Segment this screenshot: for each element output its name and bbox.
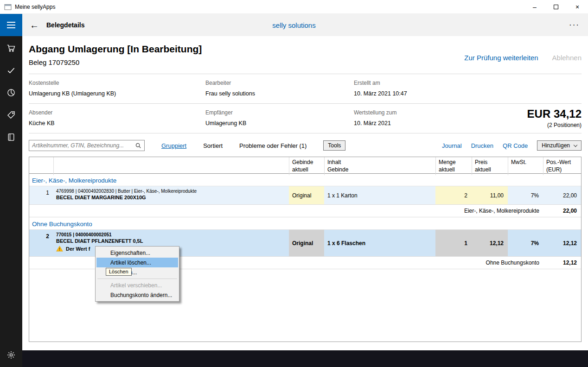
mwst-cell: 7% (508, 230, 543, 256)
gebinde-cell[interactable]: Original (289, 186, 324, 204)
inhalt-cell: 1 x 1 Karton (324, 186, 435, 204)
titlebar: Meine sellyApps – × (0, 0, 588, 14)
minimize-icon: – (533, 3, 537, 11)
menge-cell[interactable]: 1 (435, 230, 472, 256)
sidebar-item-prices[interactable] (0, 109, 22, 122)
col-inhalt: InhaltGebinde (324, 157, 435, 175)
col-preis: Preisaktuell (472, 157, 508, 175)
problems-filter[interactable]: Probleme oder Fehler (1) (239, 142, 307, 149)
info-empfaenger: Empfänger Umlagerung KB (205, 109, 354, 127)
warning-icon (56, 246, 63, 252)
col-gebinde: Gebindeaktuell (289, 157, 324, 175)
info-bearbeiter: Bearbeiter Frau selly solutions (205, 80, 354, 97)
book-icon (6, 133, 16, 144)
document-header: Abgang Umlagerung [In Bearbeitung] Beleg… (29, 44, 582, 66)
group-header: Eier-, Käse-, Molkereiprodukte (29, 174, 581, 186)
total-amount: EUR 34,12 (527, 108, 582, 120)
group-subtotal-row: Eier-, Käse-, Molkereiprodukte 22,00 (29, 205, 581, 217)
menu-item-buchungskonto-aendern[interactable]: Buchungskonto ändern... (96, 290, 178, 300)
subtotal-value: 22,00 (543, 208, 581, 214)
close-icon: × (575, 3, 579, 11)
maximize-icon (554, 5, 558, 9)
document-title: Abgang Umlagerung [In Bearbeitung] (29, 44, 582, 55)
col-wert: Pos.-Wert(EUR) (543, 157, 581, 175)
document-actions: Zur Prüfung weiterleiten Ablehnen (464, 54, 582, 62)
app-header: ← Belegdetails selly solutions ··· (0, 14, 588, 36)
group-header: Ohne Buchungskonto (29, 217, 581, 230)
tools-button[interactable]: Tools (323, 140, 345, 151)
sidebar-item-cart[interactable] (0, 43, 22, 56)
sidebar-item-journal[interactable] (0, 132, 22, 145)
tooltip: Löschen (106, 268, 132, 276)
info-row-1: Kostenstelle Umlagerung KB (Umlagerung K… (29, 74, 582, 103)
table-row[interactable]: 1 4769998 | 04000492002830 | Butter | Ei… (29, 186, 581, 205)
maximize-button[interactable] (545, 0, 567, 13)
app-window: { "colors": { "accent": "#0063b1", "hl-y… (0, 0, 588, 367)
close-button[interactable]: × (567, 0, 588, 13)
menge-cell[interactable]: 2 (435, 186, 472, 204)
menu-item-eigenschaften[interactable]: Eigenschaften... (96, 248, 178, 258)
preis-cell[interactable]: 12,12 (472, 230, 508, 256)
qr-code-link[interactable]: QR Code (503, 142, 528, 149)
check-icon (6, 66, 16, 77)
app-center-title: selly solutions (0, 21, 588, 29)
menu-item-artikel-loeschen[interactable]: Artikel löschen... (96, 258, 178, 267)
print-link[interactable]: Drucken (471, 142, 493, 149)
forward-for-review-link[interactable]: Zur Prüfung weiterleiten (464, 54, 538, 62)
article-search-box[interactable] (29, 140, 145, 151)
info-kostenstelle: Kostenstelle Umlagerung KB (Umlagerung K… (29, 80, 205, 97)
info-row-2: Absender Küche KB Empfänger Umlagerung K… (29, 104, 582, 133)
search-icon[interactable] (135, 142, 141, 149)
article-meta: 4769998 | 04000492002830 | Butter | Eier… (56, 189, 286, 194)
minimize-button[interactable]: – (524, 0, 545, 13)
search-input[interactable] (32, 142, 135, 149)
window-title: Meine sellyApps (15, 4, 55, 10)
hamburger-menu-button[interactable] (0, 14, 22, 36)
grouped-toggle[interactable]: Gruppiert (161, 142, 186, 149)
document-total: EUR 34,12 (2 Positionen) (527, 108, 582, 128)
col-menge: Mengeaktuell (435, 157, 472, 175)
cart-icon (6, 44, 16, 55)
row-number: 1 (29, 186, 53, 204)
wert-cell: 12,12 (543, 230, 581, 256)
menu-separator (97, 278, 177, 279)
menu-item-artikel-verschieben: Artikel verschieben... (96, 280, 178, 290)
preis-cell[interactable]: 11,00 (472, 186, 508, 204)
back-button[interactable]: ← (30, 20, 39, 30)
info-erstellt-am: Erstellt am 10. März 2021 10:47 (354, 80, 582, 97)
wert-cell: 22,00 (543, 186, 581, 204)
app-icon (4, 3, 12, 11)
subtotal-value: 12,12 (543, 259, 581, 266)
col-rownum (29, 157, 53, 175)
tag-icon (6, 110, 16, 121)
pie-chart-icon (6, 88, 16, 99)
gear-icon (6, 350, 16, 361)
window-controls: – × (524, 0, 588, 13)
info-absender: Absender Küche KB (29, 109, 205, 127)
mwst-cell: 7% (508, 186, 543, 204)
gebinde-cell[interactable]: Original (289, 230, 324, 256)
col-mwst: MwSt. (508, 157, 543, 175)
sidebar-item-settings[interactable] (0, 349, 22, 362)
article-description: 4769998 | 04000492002830 | Butter | Eier… (53, 186, 289, 204)
main-content: Abgang Umlagerung [In Bearbeitung] Beleg… (22, 36, 588, 350)
reject-link[interactable]: Ablehnen (552, 54, 582, 62)
positions-toolbar: Gruppiert Sortiert Probleme oder Fehler … (29, 140, 582, 151)
sidebar-nav (0, 36, 22, 367)
sidebar-item-reports[interactable] (0, 87, 22, 100)
sidebar-item-tasks[interactable] (0, 65, 22, 78)
journal-link[interactable]: Journal (442, 142, 462, 149)
row-number: 2 (29, 230, 53, 256)
add-button[interactable]: Hinzufügen (537, 140, 582, 151)
total-positions: (2 Positionen) (527, 122, 582, 128)
sorted-toggle[interactable]: Sortiert (203, 142, 223, 149)
more-options-button[interactable]: ··· (569, 20, 580, 30)
subtotal-label: Eier-, Käse-, Molkereiprodukte (29, 208, 543, 214)
warning-text: Der Wert f (66, 246, 90, 252)
inhalt-cell: 1 x 6 Flaschen (324, 230, 435, 256)
col-article (53, 157, 289, 175)
article-meta: 770015 | 04000400002051 (56, 232, 286, 237)
article-name: BECEL DIAET PFLANZENFETT 0,5L (56, 238, 286, 244)
table-header-row: Gebindeaktuell InhaltGebinde Mengeaktuel… (29, 157, 581, 174)
bottom-bar (22, 350, 588, 367)
